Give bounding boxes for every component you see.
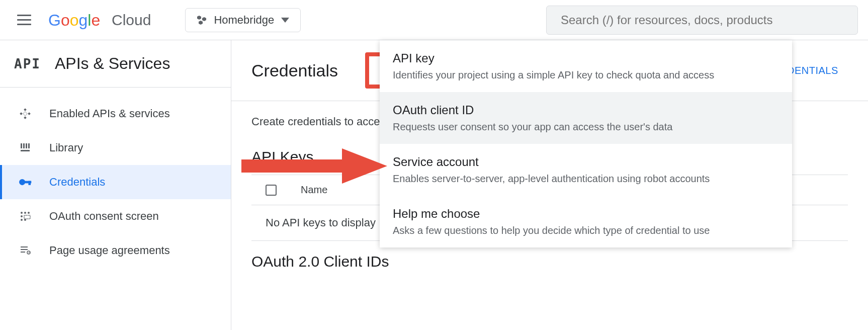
svg-rect-24	[21, 246, 28, 248]
oauth-clients-heading: OAuth 2.0 Client IDs	[251, 253, 848, 270]
menu-item-desc: Enables server-to-server, app-level auth…	[393, 173, 779, 185]
svg-rect-8	[23, 112, 27, 116]
svg-rect-5	[20, 112, 23, 115]
menu-item-help-choose[interactable]: Help me choose Asks a few questions to h…	[380, 196, 792, 248]
svg-rect-6	[28, 112, 31, 115]
svg-point-27	[27, 251, 30, 254]
consent-icon	[18, 209, 32, 223]
sidebar: API APIs & Services Enabled APIs & servi…	[0, 40, 231, 330]
menu-item-title: OAuth client ID	[393, 103, 779, 117]
google-cloud-logo[interactable]: Google Cloud	[48, 11, 151, 30]
svg-rect-25	[21, 249, 28, 250]
svg-marker-2	[202, 17, 206, 21]
api-icon: API	[14, 56, 41, 71]
svg-rect-23	[24, 215, 30, 219]
svg-rect-10	[23, 143, 25, 148]
sidebar-header: API APIs & Services	[0, 40, 231, 88]
library-icon	[18, 141, 32, 155]
column-name: Name	[301, 184, 327, 196]
svg-rect-13	[21, 150, 30, 151]
project-picker[interactable]: Homebridge	[185, 8, 301, 32]
svg-point-20	[21, 215, 23, 217]
svg-rect-16	[29, 181, 31, 185]
page-title: Credentials	[251, 61, 338, 80]
search-bar[interactable]	[546, 6, 858, 35]
sidebar-item-label: OAuth consent screen	[49, 210, 159, 223]
sidebar-item-page-usage[interactable]: Page usage agreements	[0, 233, 231, 268]
top-bar: Google Cloud Homebridge	[0, 0, 868, 40]
sidebar-item-label: Credentials	[49, 176, 105, 189]
menu-item-service-account[interactable]: Service account Enables server-to-server…	[380, 144, 792, 196]
sidebar-item-credentials[interactable]: Credentials	[0, 165, 231, 199]
diamond-icon	[18, 107, 32, 121]
sidebar-item-label: Library	[49, 141, 83, 154]
svg-rect-4	[24, 108, 27, 111]
svg-point-21	[21, 219, 23, 221]
menu-item-title: Help me choose	[393, 207, 779, 221]
svg-rect-7	[24, 116, 27, 119]
menu-item-oauth-client-id[interactable]: OAuth client ID Requests user consent so…	[380, 92, 792, 144]
cloud-label: Cloud	[112, 12, 151, 29]
chevron-down-icon	[281, 18, 289, 23]
svg-rect-9	[21, 143, 22, 148]
svg-marker-32	[342, 148, 387, 184]
svg-marker-1	[197, 16, 201, 20]
sidebar-item-label: Page usage agreements	[49, 244, 170, 257]
agreement-icon	[18, 243, 32, 258]
sidebar-title: APIs & Services	[55, 54, 170, 73]
svg-marker-3	[199, 21, 203, 25]
menu-item-title: API key	[393, 51, 779, 65]
sidebar-item-label: Enabled APIs & services	[49, 107, 170, 120]
menu-item-api-key[interactable]: API key Identifies your project using a …	[380, 40, 792, 92]
google-logo-icon: Google	[48, 11, 108, 30]
svg-rect-31	[241, 159, 347, 173]
menu-item-desc: Asks a few questions to help you decide …	[393, 225, 779, 236]
sidebar-item-oauth-consent[interactable]: OAuth consent screen	[0, 199, 231, 233]
search-input[interactable]	[561, 13, 843, 27]
project-icon	[197, 15, 207, 25]
key-icon	[18, 175, 32, 189]
svg-rect-26	[21, 252, 25, 253]
svg-point-17	[21, 212, 23, 214]
project-name: Homebridge	[214, 14, 274, 27]
sidebar-item-enabled-apis[interactable]: Enabled APIs & services	[0, 97, 231, 131]
menu-item-title: Service account	[393, 155, 779, 169]
sidebar-nav: Enabled APIs & services Library Credenti…	[0, 88, 231, 268]
svg-text:Google: Google	[48, 11, 100, 29]
annotation-arrow-icon	[241, 148, 387, 186]
svg-rect-11	[26, 143, 27, 148]
select-all-checkbox[interactable]	[266, 185, 277, 196]
svg-rect-12	[28, 143, 30, 148]
menu-icon[interactable]	[14, 12, 34, 28]
menu-item-desc: Requests user consent so your app can ac…	[393, 121, 779, 133]
svg-point-19	[28, 212, 30, 214]
create-credentials-menu: API key Identifies your project using a …	[380, 40, 792, 248]
menu-item-desc: Identifies your project using a simple A…	[393, 69, 779, 81]
svg-point-18	[24, 212, 26, 214]
sidebar-item-library[interactable]: Library	[0, 131, 231, 165]
